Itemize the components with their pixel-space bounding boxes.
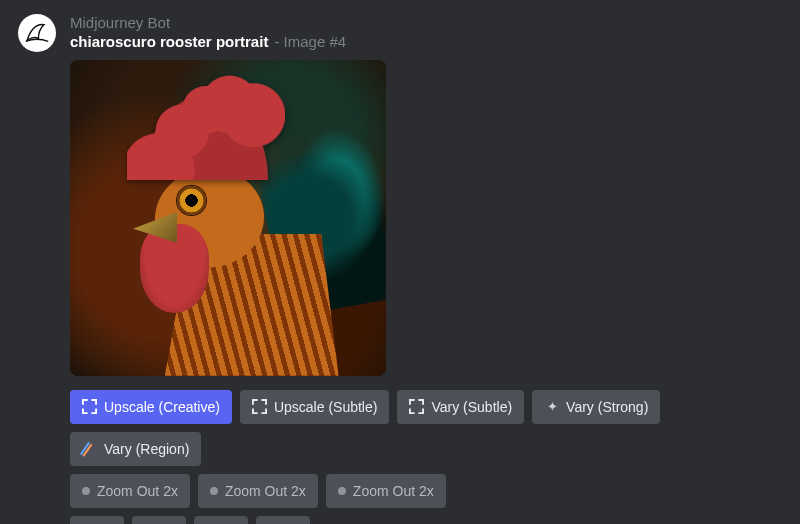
prompt-title: chiaroscuro rooster portrait [70,33,268,52]
pen-icon [82,441,97,456]
zoom-out-button[interactable]: Zoom Out 2x [198,474,318,508]
vary-strong-button[interactable]: ✦ Vary (Strong) [532,390,660,424]
generated-image[interactable] [70,60,386,376]
expand-icon [409,399,424,414]
expand-icon [82,399,97,414]
upscale-subtle-button[interactable]: Upscale (Subtle) [240,390,390,424]
zoom-out-button[interactable]: Zoom Out 2x [70,474,190,508]
dim-dot-icon [338,487,346,495]
action-row-1: Upscale (Creative) Upscale (Subtle) Vary… [70,390,782,466]
pan-up-button[interactable] [194,516,248,524]
dim-dot-icon [82,487,90,495]
image-number-tag: - Image #4 [274,33,346,52]
action-row-3 [70,516,782,524]
pan-right-button[interactable] [132,516,186,524]
action-buttons: Upscale (Creative) Upscale (Subtle) Vary… [70,390,782,524]
button-label: Vary (Strong) [566,399,648,415]
sparkle-icon: ✦ [544,399,559,414]
button-label: Zoom Out 2x [353,483,434,499]
button-label: Upscale (Subtle) [274,399,378,415]
button-label: Vary (Subtle) [431,399,512,415]
button-label: Vary (Region) [104,441,189,457]
dim-dot-icon [210,487,218,495]
pan-left-button[interactable] [70,516,124,524]
expand-icon [252,399,267,414]
header-line: Midjourney Bot [70,14,782,32]
title-line: chiaroscuro rooster portrait - Image #4 [70,33,782,52]
bot-avatar [18,14,56,52]
midjourney-logo-icon [23,19,51,47]
message-content: Midjourney Bot chiaroscuro rooster portr… [70,14,782,524]
button-label: Zoom Out 2x [97,483,178,499]
action-row-2: Zoom Out 2x Zoom Out 2x Zoom Out 2x [70,474,782,508]
zoom-out-button[interactable]: Zoom Out 2x [326,474,446,508]
button-label: Zoom Out 2x [225,483,306,499]
vary-subtle-button[interactable]: Vary (Subtle) [397,390,524,424]
pan-down-button[interactable] [256,516,310,524]
button-label: Upscale (Creative) [104,399,220,415]
upscale-creative-button[interactable]: Upscale (Creative) [70,390,232,424]
bot-name: Midjourney Bot [70,14,170,32]
vary-region-button[interactable]: Vary (Region) [70,432,201,466]
message-container: Midjourney Bot chiaroscuro rooster portr… [0,0,800,524]
